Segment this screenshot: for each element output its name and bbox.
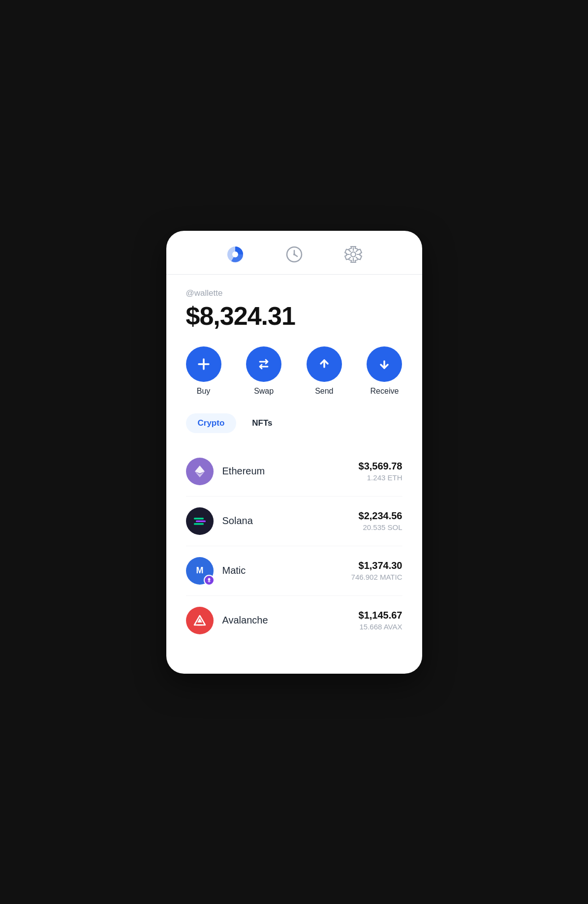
- crypto-left-sol: Solana: [186, 507, 253, 535]
- crypto-left-eth: Ethereum: [186, 458, 265, 485]
- svg-line-16: [348, 257, 350, 259]
- svg-line-14: [356, 257, 358, 259]
- crypto-left-matic: M Matic: [186, 557, 246, 585]
- send-button[interactable]: Send: [307, 346, 342, 396]
- receive-circle: [367, 346, 402, 382]
- history-nav-button[interactable]: [284, 245, 304, 264]
- tabs-row: Crypto NFTs: [186, 413, 402, 433]
- buy-circle: [186, 346, 221, 382]
- svg-rect-23: [194, 518, 204, 520]
- buy-button[interactable]: Buy: [186, 346, 221, 396]
- receive-button[interactable]: Receive: [367, 346, 402, 396]
- crypto-row-avax[interactable]: Avalanche $1,145.67 15.668 AVAX: [186, 596, 402, 645]
- settings-nav-button[interactable]: [343, 245, 363, 264]
- svg-marker-21: [195, 466, 205, 473]
- send-circle: [307, 346, 342, 382]
- phone-card: @wallette $8,324.31 Buy: [166, 231, 422, 674]
- svg-rect-25: [194, 523, 204, 525]
- crypto-right-sol: $2,234.56 20.535 SOL: [359, 510, 402, 531]
- svg-text:M: M: [196, 565, 203, 575]
- swap-circle: [246, 346, 281, 382]
- sol-logo: [186, 507, 214, 535]
- matic-logo: M: [186, 557, 214, 585]
- main-content: @wallette $8,324.31 Buy: [166, 275, 422, 674]
- svg-line-13: [348, 249, 350, 251]
- svg-point-8: [351, 252, 356, 257]
- portfolio-nav-button[interactable]: [225, 245, 245, 264]
- svg-rect-24: [196, 520, 206, 522]
- action-row: Buy Swap Send: [186, 346, 402, 396]
- tab-crypto[interactable]: Crypto: [186, 413, 237, 433]
- swap-button[interactable]: Swap: [246, 346, 281, 396]
- svg-line-15: [356, 249, 358, 251]
- wallet-balance: $8,324.31: [186, 301, 402, 331]
- eth-logo: [186, 458, 214, 485]
- crypto-row-matic[interactable]: M Matic $1,374.30 746.902 MATIC: [186, 546, 402, 596]
- svg-point-2: [232, 251, 238, 257]
- top-nav: [166, 231, 422, 275]
- crypto-row-sol[interactable]: Solana $2,234.56 20.535 SOL: [186, 497, 402, 546]
- crypto-right-avax: $1,145.67 15.668 AVAX: [359, 610, 402, 631]
- svg-point-6: [293, 253, 295, 255]
- tab-nfts[interactable]: NFTs: [240, 413, 284, 433]
- crypto-right-eth: $3,569.78 1.243 ETH: [359, 461, 402, 482]
- crypto-row-eth[interactable]: Ethereum $3,569.78 1.243 ETH: [186, 447, 402, 497]
- crypto-left-avax: Avalanche: [186, 607, 268, 634]
- avax-logo: [186, 607, 214, 634]
- matic-badge: [204, 575, 215, 586]
- crypto-list: Ethereum $3,569.78 1.243 ETH: [186, 447, 402, 645]
- wallet-handle: @wallette: [186, 288, 402, 298]
- crypto-right-matic: $1,374.30 746.902 MATIC: [351, 560, 402, 581]
